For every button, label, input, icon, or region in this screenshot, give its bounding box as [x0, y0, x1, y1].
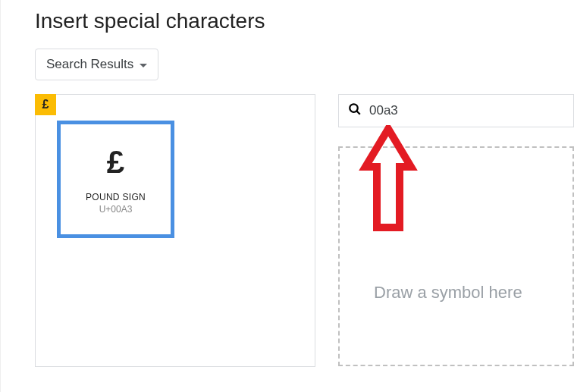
- svg-line-1: [356, 111, 360, 114]
- results-panel: £ £ POUND SIGN U+00A3: [35, 94, 315, 367]
- dropdown-label: Search Results: [46, 57, 133, 72]
- dialog-title: Insert special characters: [35, 9, 574, 33]
- svg-point-0: [350, 104, 358, 112]
- draw-canvas[interactable]: Draw a symbol here: [338, 146, 574, 366]
- search-input[interactable]: [369, 103, 564, 118]
- preview-glyph: £: [107, 144, 124, 180]
- preview-name: POUND SIGN: [86, 192, 146, 202]
- search-box[interactable]: [338, 94, 574, 127]
- char-tile-glyph: £: [42, 98, 49, 111]
- draw-placeholder: Draw a symbol here: [374, 283, 522, 303]
- char-tile-pound[interactable]: £: [35, 94, 56, 115]
- search-results-dropdown[interactable]: Search Results: [35, 49, 158, 80]
- search-icon: [348, 102, 362, 119]
- preview-code: U+00A3: [99, 204, 133, 215]
- chevron-down-icon: [140, 57, 147, 72]
- char-preview-tooltip: £ POUND SIGN U+00A3: [57, 121, 174, 238]
